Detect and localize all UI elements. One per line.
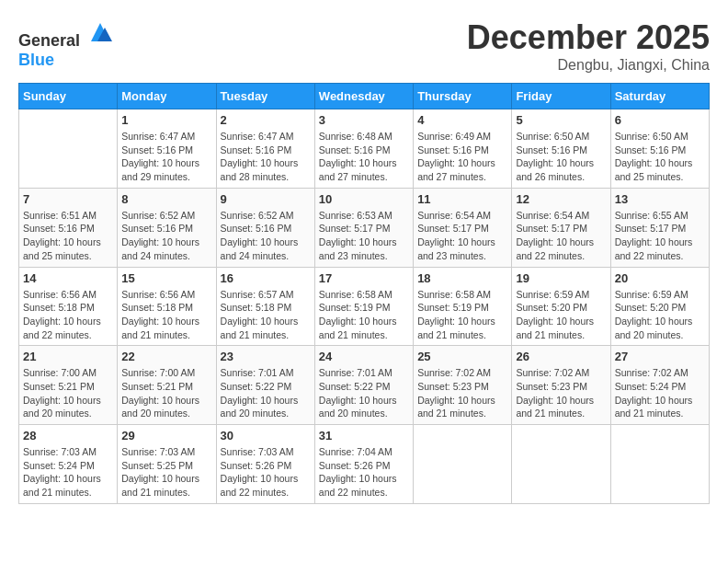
calendar-cell: 30Sunrise: 7:03 AMSunset: 5:26 PMDayligh… bbox=[216, 425, 314, 504]
calendar-cell: 11Sunrise: 6:54 AMSunset: 5:17 PMDayligh… bbox=[414, 188, 512, 267]
day-number: 30 bbox=[221, 429, 311, 442]
logo: General Blue bbox=[18, 18, 114, 70]
weekday-header-monday: Monday bbox=[118, 84, 216, 109]
calendar-cell: 16Sunrise: 6:57 AMSunset: 5:18 PMDayligh… bbox=[216, 267, 314, 346]
day-info: Sunrise: 6:59 AMSunset: 5:20 PMDaylight:… bbox=[615, 288, 705, 342]
day-info: Sunrise: 6:56 AMSunset: 5:18 PMDaylight:… bbox=[121, 288, 211, 342]
day-number: 15 bbox=[121, 271, 211, 285]
calendar-cell: 4Sunrise: 6:49 AMSunset: 5:16 PMDaylight… bbox=[414, 109, 512, 189]
day-info: Sunrise: 6:52 AMSunset: 5:16 PMDaylight:… bbox=[121, 209, 211, 263]
calendar-cell: 25Sunrise: 7:02 AMSunset: 5:23 PMDayligh… bbox=[414, 346, 512, 425]
day-info: Sunrise: 7:01 AMSunset: 5:22 PMDaylight:… bbox=[221, 366, 311, 420]
day-number: 23 bbox=[221, 350, 311, 363]
day-info: Sunrise: 6:54 AMSunset: 5:17 PMDaylight:… bbox=[417, 209, 507, 263]
day-info: Sunrise: 6:56 AMSunset: 5:18 PMDaylight:… bbox=[23, 288, 113, 342]
day-number: 10 bbox=[319, 192, 409, 206]
calendar-cell: 6Sunrise: 6:50 AMSunset: 5:16 PMDaylight… bbox=[610, 109, 709, 189]
weekday-header-friday: Friday bbox=[512, 84, 610, 109]
calendar-cell: 13Sunrise: 6:55 AMSunset: 5:17 PMDayligh… bbox=[610, 188, 709, 267]
weekday-header-row: SundayMondayTuesdayWednesdayThursdayFrid… bbox=[19, 84, 710, 109]
calendar-cell: 31Sunrise: 7:04 AMSunset: 5:26 PMDayligh… bbox=[314, 425, 413, 504]
day-info: Sunrise: 7:03 AMSunset: 5:25 PMDaylight:… bbox=[121, 445, 211, 500]
calendar-cell: 26Sunrise: 7:02 AMSunset: 5:23 PMDayligh… bbox=[512, 346, 610, 425]
day-number: 3 bbox=[319, 113, 409, 127]
calendar-cell: 8Sunrise: 6:52 AMSunset: 5:16 PMDaylight… bbox=[118, 188, 216, 267]
calendar-cell: 21Sunrise: 7:00 AMSunset: 5:21 PMDayligh… bbox=[19, 346, 118, 425]
day-info: Sunrise: 6:48 AMSunset: 5:16 PMDaylight:… bbox=[319, 130, 409, 184]
weekday-header-saturday: Saturday bbox=[610, 84, 709, 109]
day-info: Sunrise: 7:01 AMSunset: 5:22 PMDaylight:… bbox=[319, 366, 409, 420]
day-number: 20 bbox=[615, 271, 705, 285]
day-number: 5 bbox=[516, 113, 606, 127]
weekday-header-sunday: Sunday bbox=[19, 84, 118, 109]
calendar-cell: 29Sunrise: 7:03 AMSunset: 5:25 PMDayligh… bbox=[118, 425, 216, 504]
day-number: 31 bbox=[319, 429, 409, 442]
calendar-cell: 12Sunrise: 6:54 AMSunset: 5:17 PMDayligh… bbox=[512, 188, 610, 267]
calendar-cell: 14Sunrise: 6:56 AMSunset: 5:18 PMDayligh… bbox=[19, 267, 118, 346]
day-info: Sunrise: 6:58 AMSunset: 5:19 PMDaylight:… bbox=[319, 288, 409, 342]
day-number: 8 bbox=[121, 192, 211, 206]
day-number: 11 bbox=[417, 192, 507, 206]
day-number: 9 bbox=[221, 192, 311, 206]
day-info: Sunrise: 6:50 AMSunset: 5:16 PMDaylight:… bbox=[615, 130, 705, 184]
day-info: Sunrise: 6:53 AMSunset: 5:17 PMDaylight:… bbox=[319, 209, 409, 263]
weekday-header-thursday: Thursday bbox=[414, 84, 512, 109]
day-info: Sunrise: 6:47 AMSunset: 5:16 PMDaylight:… bbox=[121, 130, 211, 184]
week-row-2: 7Sunrise: 6:51 AMSunset: 5:16 PMDaylight… bbox=[19, 188, 710, 267]
day-number: 13 bbox=[615, 192, 705, 206]
calendar-cell: 7Sunrise: 6:51 AMSunset: 5:16 PMDaylight… bbox=[19, 188, 118, 267]
day-info: Sunrise: 7:03 AMSunset: 5:26 PMDaylight:… bbox=[221, 445, 311, 500]
day-info: Sunrise: 7:02 AMSunset: 5:23 PMDaylight:… bbox=[417, 366, 507, 420]
day-number: 26 bbox=[516, 350, 606, 363]
logo-general-text: General bbox=[18, 31, 80, 50]
week-row-1: 1Sunrise: 6:47 AMSunset: 5:16 PMDaylight… bbox=[19, 109, 710, 189]
day-number: 25 bbox=[417, 350, 507, 363]
calendar-table: SundayMondayTuesdayWednesdayThursdayFrid… bbox=[18, 83, 710, 504]
calendar-cell bbox=[414, 425, 512, 504]
title-block: December 2025 Dengbu, Jiangxi, China bbox=[467, 18, 710, 74]
page-header: General Blue December 2025 Dengbu, Jiang… bbox=[18, 18, 710, 74]
calendar-cell: 10Sunrise: 6:53 AMSunset: 5:17 PMDayligh… bbox=[314, 188, 413, 267]
calendar-cell: 19Sunrise: 6:59 AMSunset: 5:20 PMDayligh… bbox=[512, 267, 610, 346]
location-text: Dengbu, Jiangxi, China bbox=[467, 57, 710, 74]
calendar-cell: 17Sunrise: 6:58 AMSunset: 5:19 PMDayligh… bbox=[314, 267, 413, 346]
day-info: Sunrise: 6:59 AMSunset: 5:20 PMDaylight:… bbox=[516, 288, 606, 342]
day-number: 12 bbox=[516, 192, 606, 206]
week-row-3: 14Sunrise: 6:56 AMSunset: 5:18 PMDayligh… bbox=[19, 267, 710, 346]
day-number: 19 bbox=[516, 271, 606, 285]
day-number: 29 bbox=[121, 429, 211, 442]
day-info: Sunrise: 6:51 AMSunset: 5:16 PMDaylight:… bbox=[23, 209, 113, 263]
day-info: Sunrise: 6:50 AMSunset: 5:16 PMDaylight:… bbox=[516, 130, 606, 184]
day-info: Sunrise: 7:00 AMSunset: 5:21 PMDaylight:… bbox=[121, 366, 211, 420]
calendar-cell: 20Sunrise: 6:59 AMSunset: 5:20 PMDayligh… bbox=[610, 267, 709, 346]
day-number: 17 bbox=[319, 271, 409, 285]
calendar-cell: 15Sunrise: 6:56 AMSunset: 5:18 PMDayligh… bbox=[118, 267, 216, 346]
day-info: Sunrise: 7:03 AMSunset: 5:24 PMDaylight:… bbox=[23, 445, 113, 500]
calendar-cell: 23Sunrise: 7:01 AMSunset: 5:22 PMDayligh… bbox=[216, 346, 314, 425]
day-info: Sunrise: 7:04 AMSunset: 5:26 PMDaylight:… bbox=[319, 445, 409, 500]
day-number: 21 bbox=[23, 350, 113, 363]
day-info: Sunrise: 6:55 AMSunset: 5:17 PMDaylight:… bbox=[615, 209, 705, 263]
day-number: 7 bbox=[23, 192, 113, 206]
day-info: Sunrise: 6:52 AMSunset: 5:16 PMDaylight:… bbox=[221, 209, 311, 263]
day-info: Sunrise: 7:02 AMSunset: 5:23 PMDaylight:… bbox=[516, 366, 606, 420]
calendar-cell: 27Sunrise: 7:02 AMSunset: 5:24 PMDayligh… bbox=[610, 346, 709, 425]
day-info: Sunrise: 7:02 AMSunset: 5:24 PMDaylight:… bbox=[615, 366, 705, 420]
calendar-cell bbox=[512, 425, 610, 504]
day-number: 1 bbox=[121, 113, 211, 127]
calendar-cell: 18Sunrise: 6:58 AMSunset: 5:19 PMDayligh… bbox=[414, 267, 512, 346]
day-number: 22 bbox=[121, 350, 211, 363]
calendar-cell: 28Sunrise: 7:03 AMSunset: 5:24 PMDayligh… bbox=[19, 425, 118, 504]
day-info: Sunrise: 6:47 AMSunset: 5:16 PMDaylight:… bbox=[221, 130, 311, 184]
day-info: Sunrise: 6:58 AMSunset: 5:19 PMDaylight:… bbox=[417, 288, 507, 342]
weekday-header-wednesday: Wednesday bbox=[314, 84, 413, 109]
calendar-cell: 2Sunrise: 6:47 AMSunset: 5:16 PMDaylight… bbox=[216, 109, 314, 189]
day-number: 16 bbox=[221, 271, 311, 285]
calendar-cell bbox=[19, 109, 118, 189]
calendar-cell: 5Sunrise: 6:50 AMSunset: 5:16 PMDaylight… bbox=[512, 109, 610, 189]
calendar-cell: 3Sunrise: 6:48 AMSunset: 5:16 PMDaylight… bbox=[314, 109, 413, 189]
weekday-header-tuesday: Tuesday bbox=[216, 84, 314, 109]
day-info: Sunrise: 7:00 AMSunset: 5:21 PMDaylight:… bbox=[23, 366, 113, 420]
day-number: 24 bbox=[319, 350, 409, 363]
day-info: Sunrise: 6:54 AMSunset: 5:17 PMDaylight:… bbox=[516, 209, 606, 263]
